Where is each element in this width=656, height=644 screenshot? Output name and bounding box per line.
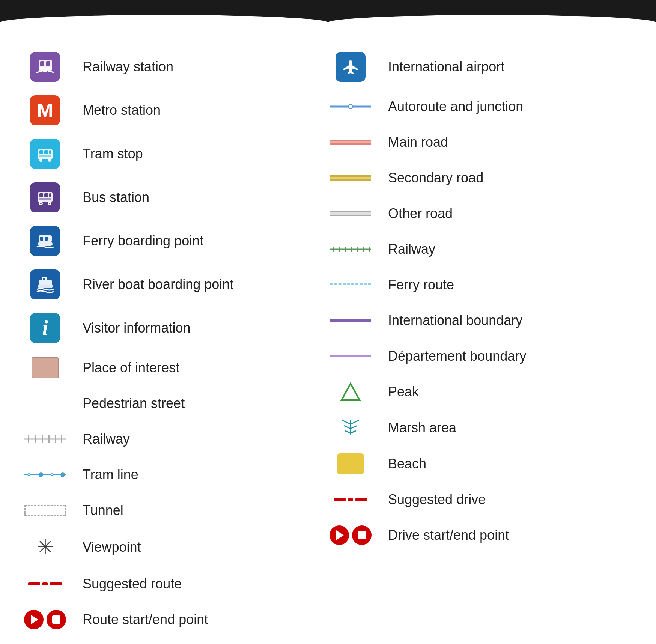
autoroute-icon-container <box>328 104 373 109</box>
railway-gray-icon-container <box>23 435 68 443</box>
viewpoint-icon-container: ✳ <box>23 535 68 559</box>
other-road-icon-container <box>328 211 373 216</box>
legend-container: Railway station M Metro station <box>0 30 656 644</box>
route-stop-btn <box>47 610 66 629</box>
svg-rect-1 <box>40 61 44 66</box>
svg-point-13 <box>48 159 51 162</box>
tunnel-icon <box>24 505 66 516</box>
legend-item-tram-stop: Tram stop <box>23 132 328 176</box>
drive-end-icon <box>330 525 372 545</box>
railway-gray-icon <box>24 435 66 443</box>
svg-rect-11 <box>39 155 51 157</box>
railway-green-icon <box>330 247 371 252</box>
viewpoint-label: Viewpoint <box>83 539 141 555</box>
ferry-boarding-icon-container <box>23 226 68 256</box>
legend-item-viewpoint: ✳ Viewpoint <box>23 528 328 566</box>
place-interest-icon-container <box>23 357 68 378</box>
ferry-route-icon-container <box>328 283 373 286</box>
suggested-drive-icon <box>334 498 367 501</box>
svg-rect-10 <box>49 150 51 154</box>
secondary-road-icon <box>330 175 371 181</box>
legend-item-pedestrian-street: Pedestrian street <box>23 385 328 421</box>
beach-label: Beach <box>388 456 426 472</box>
drive-start-btn <box>330 525 349 545</box>
ferry-boarding-label: Ferry boarding point <box>83 233 203 249</box>
main-road-label: Main road <box>388 134 448 150</box>
route-start-btn <box>24 610 44 629</box>
svg-rect-29 <box>42 277 47 278</box>
beach-icon-container <box>328 453 373 474</box>
pedestrian-street-label: Pedestrian street <box>83 395 185 411</box>
legend-item-intl-boundary: International boundary <box>328 302 633 338</box>
legend-item-tunnel: Tunnel <box>23 492 328 528</box>
autoroute-label: Autoroute and junction <box>388 98 523 114</box>
legend-item-other-road: Other road <box>328 196 633 231</box>
svg-point-22 <box>49 203 50 204</box>
legend-item-visitor-info: i Visitor information <box>23 306 328 350</box>
tunnel-label: Tunnel <box>83 502 123 518</box>
other-road-icon <box>330 211 371 216</box>
svg-rect-3 <box>39 67 52 70</box>
svg-line-36 <box>351 426 357 429</box>
legend-item-ferry-boarding: Ferry boarding point <box>23 219 328 263</box>
svg-marker-31 <box>342 384 360 400</box>
suggested-drive-label: Suggested drive <box>388 491 486 507</box>
marsh-icon-container <box>328 417 373 439</box>
metro-station-icon-container: M <box>23 95 68 125</box>
route-end-icon <box>24 610 66 629</box>
svg-rect-24 <box>40 237 43 241</box>
dept-boundary-label: Département boundary <box>388 348 526 364</box>
top-left-decoration <box>0 0 328 30</box>
legend-item-intl-airport: International airport <box>328 45 633 89</box>
visitor-info-label: Visitor information <box>83 320 190 336</box>
svg-line-4 <box>37 71 42 72</box>
legend-item-tram-line: Tram line <box>23 457 328 492</box>
drive-stop-btn <box>352 525 372 545</box>
railway-station-label: Railway station <box>83 59 173 75</box>
drive-end-label: Drive start/end point <box>388 527 509 543</box>
drive-end-icon-container <box>328 525 373 545</box>
peak-icon-container <box>328 381 373 403</box>
legend-item-metro-station: M Metro station <box>23 89 328 132</box>
legend-item-suggested-drive: Suggested drive <box>328 481 633 517</box>
intl-airport-label: International airport <box>388 59 504 75</box>
peak-label: Peak <box>388 384 419 400</box>
dept-boundary-icon-container <box>328 355 373 357</box>
svg-line-38 <box>351 431 356 433</box>
railway-gray-label: Railway <box>83 431 130 447</box>
legend-item-ferry-route: Ferry route <box>328 267 633 302</box>
legend-item-river-boat: River boat boarding point <box>23 263 328 306</box>
metro-station-label: Metro station <box>83 102 161 118</box>
left-column: Railway station M Metro station <box>23 45 328 637</box>
river-boat-label: River boat boarding point <box>83 276 233 292</box>
legend-item-dept-boundary: Département boundary <box>328 338 633 374</box>
ferry-route-label: Ferry route <box>388 277 454 293</box>
svg-rect-30 <box>38 285 53 288</box>
right-column: International airport Autoroute and junc… <box>328 45 633 637</box>
marsh-label: Marsh area <box>388 420 456 436</box>
legend-item-railway-station: Railway station <box>23 45 328 89</box>
dept-boundary-icon <box>330 355 371 357</box>
tram-stop-icon <box>30 139 60 169</box>
route-end-label: Route start/end point <box>83 611 208 627</box>
autoroute-icon <box>330 104 371 109</box>
legend-item-marsh: Marsh area <box>328 410 633 446</box>
tram-line-label: Tram line <box>83 466 138 483</box>
legend-item-place-interest: Place of interest <box>23 350 328 385</box>
top-right-decoration <box>328 0 656 30</box>
intl-airport-icon <box>336 52 366 82</box>
suggested-route-label: Suggested route <box>83 576 182 592</box>
railway-green-label: Railway <box>388 241 435 257</box>
svg-rect-2 <box>46 61 50 66</box>
marsh-area-icon <box>339 417 363 439</box>
peak-icon <box>339 381 362 403</box>
other-road-label: Other road <box>388 205 453 221</box>
tram-stop-icon-container <box>23 139 68 169</box>
svg-rect-15 <box>39 193 43 197</box>
svg-rect-6 <box>43 70 47 72</box>
place-interest-icon <box>32 357 59 378</box>
svg-rect-26 <box>38 242 53 246</box>
railway-green-icon-container <box>328 247 373 252</box>
legend-item-main-road: Main road <box>328 124 633 160</box>
suggested-route-icon-container <box>23 582 68 585</box>
